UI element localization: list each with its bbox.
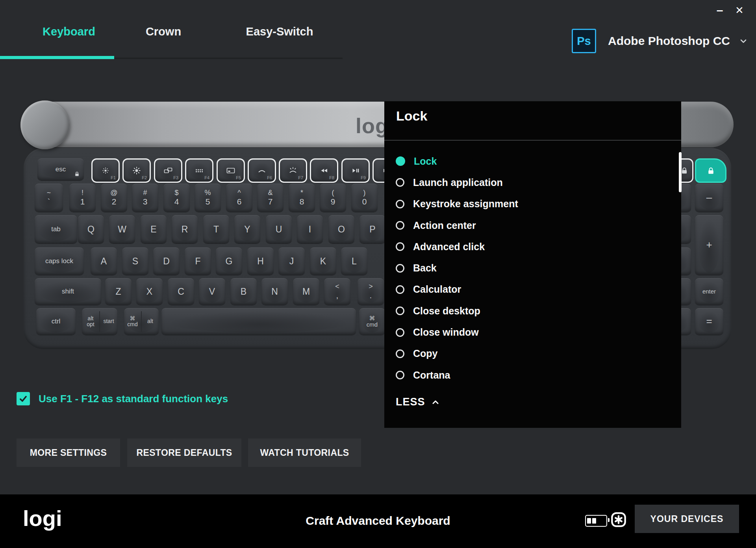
close-button[interactable]: ✕ (732, 2, 747, 19)
radio-icon[interactable] (396, 242, 404, 251)
footer-bar: logi Craft Advanced Keyboard YOUR DEVICE… (0, 494, 756, 548)
popup-option-cortana[interactable]: Cortana (384, 364, 681, 386)
radio-icon[interactable] (396, 307, 404, 315)
tab-crown[interactable]: Crown (138, 23, 189, 40)
key-j: J (278, 247, 305, 275)
key-6: ^6 (226, 184, 252, 212)
radio-icon[interactable] (396, 371, 404, 379)
prev-icon (319, 166, 329, 175)
key-5: %5 (195, 184, 221, 212)
key-8: *8 (289, 184, 315, 212)
checkbox-label: Use F1 - F12 as standard function keys (39, 393, 228, 405)
key-s: S (122, 247, 148, 275)
key-f7[interactable]: F7 (279, 158, 307, 183)
lock-icon (706, 166, 716, 176)
option-label: Close window (413, 327, 479, 338)
watch-tutorials-button[interactable]: WATCH TUTORIALS (248, 438, 361, 467)
windows-icon (163, 166, 173, 175)
key-x: X (136, 278, 163, 305)
key-2: @2 (101, 184, 127, 212)
key-f5[interactable]: F5 (217, 158, 245, 183)
popup-option-action-center[interactable]: Action center (384, 215, 681, 236)
key-c: C (168, 278, 194, 305)
key-f: F (185, 247, 211, 275)
option-label: Launch application (413, 177, 503, 188)
standard-fkeys-checkbox-row[interactable]: Use F1 - F12 as standard function keys (17, 392, 228, 405)
key-9: (9 (320, 184, 346, 212)
key-numpad-enter: enter (695, 278, 723, 305)
key-v: V (199, 278, 225, 305)
crown-dial[interactable] (20, 100, 69, 149)
more-settings-button[interactable]: MORE SETTINGS (17, 438, 120, 467)
option-label: Keystroke assignment (413, 198, 518, 210)
option-label: Copy (413, 348, 438, 359)
popup-option-advanced-click[interactable]: Advanced click (384, 236, 681, 257)
popup-option-back[interactable]: Back (384, 257, 681, 279)
your-devices-button[interactable]: YOUR DEVICES (635, 505, 739, 533)
popup-option-copy[interactable]: Copy (384, 343, 681, 364)
key-comma: <, (324, 278, 350, 305)
key-f8[interactable]: F8 (310, 158, 338, 183)
radio-icon[interactable] (396, 200, 404, 208)
app-profile-label: Adobe Photoshop CC (608, 34, 730, 48)
key-f4[interactable]: F4 (185, 158, 213, 183)
key-0: )0 (351, 184, 378, 212)
popup-option-close-window[interactable]: Close window (384, 321, 681, 343)
popup-options-list: LockLaunch applicationKeystroke assignme… (384, 150, 681, 386)
radio-icon[interactable] (396, 178, 404, 187)
tab-keyboard[interactable]: Keyboard (28, 23, 110, 40)
popup-scrollbar[interactable] (679, 152, 682, 192)
checkbox-checked[interactable] (17, 392, 30, 405)
key-o: O (328, 215, 354, 243)
key-h: H (247, 247, 274, 275)
key-z: Z (105, 278, 132, 305)
key-f1[interactable]: F1 (91, 158, 120, 183)
chevron-up-icon (431, 398, 440, 407)
photoshop-icon: Ps (572, 29, 596, 53)
key-k: K (310, 247, 336, 275)
playpause-icon (351, 166, 360, 175)
option-label: Back (413, 262, 437, 274)
restore-defaults-button[interactable]: RESTORE DEFAULTS (127, 438, 241, 467)
radio-icon[interactable] (396, 285, 404, 294)
radio-selected-icon[interactable] (396, 156, 405, 166)
key-m: M (293, 278, 319, 305)
key-cmd-right: ⌘ cmd (359, 308, 385, 335)
popup-option-lock[interactable]: Lock (384, 150, 681, 172)
key-f6[interactable]: F6 (248, 158, 276, 183)
lock-icon (74, 171, 80, 177)
popup-option-launch-application[interactable]: Launch application (384, 172, 681, 193)
key-l: L (341, 247, 367, 275)
key-cmd-alt: ⌘ cmdalt (124, 308, 159, 335)
active-tab-underline (0, 56, 114, 59)
option-label: Lock (414, 156, 437, 167)
popup-title: Lock (396, 108, 427, 124)
keyboard-logo-text: log (356, 113, 389, 138)
key-space (161, 308, 356, 335)
radio-icon[interactable] (396, 221, 404, 230)
radio-icon[interactable] (396, 349, 404, 358)
battery-icon (585, 515, 607, 527)
radio-icon[interactable] (396, 264, 404, 273)
key-f3[interactable]: F3 (154, 158, 182, 183)
app-profile-selector[interactable]: Ps Adobe Photoshop CC (572, 30, 748, 52)
popup-option-calculator[interactable]: Calculator (384, 279, 681, 300)
key-7: &7 (257, 184, 284, 212)
key-i: I (297, 215, 323, 243)
tab-easy-switch[interactable]: Easy-Switch (236, 23, 323, 40)
key-d: D (153, 247, 180, 275)
minimize-button[interactable]: – (712, 2, 728, 19)
key-backtick: ~` (35, 184, 63, 212)
lock-key-selected[interactable] (695, 158, 726, 183)
key-f9[interactable]: F9 (341, 158, 370, 183)
key-y: Y (234, 215, 260, 243)
popup-option-close-desktop[interactable]: Close desktop (384, 300, 681, 321)
less-toggle[interactable]: LESS (396, 396, 440, 408)
key-numpad-plus: + (695, 215, 723, 275)
key-shift: shift (35, 278, 101, 305)
key-1: !1 (69, 184, 96, 212)
key-f2[interactable]: F2 (122, 158, 151, 183)
radio-icon[interactable] (396, 328, 404, 337)
popup-option-keystroke-assignment[interactable]: Keystroke assignment (384, 193, 681, 215)
flow-icon[interactable] (611, 512, 626, 528)
